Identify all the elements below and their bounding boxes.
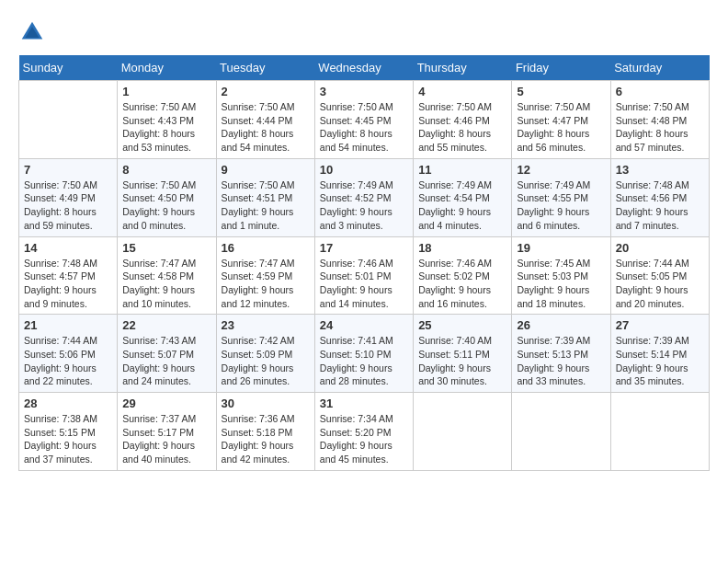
- day-detail: Sunrise: 7:36 AMSunset: 5:18 PMDaylight:…: [222, 412, 310, 466]
- day-number: 25: [418, 318, 506, 332]
- page-header: [18, 18, 710, 46]
- calendar-cell: 28 Sunrise: 7:38 AMSunset: 5:15 PMDaylig…: [19, 393, 118, 471]
- day-number: 10: [320, 163, 408, 177]
- day-number: 23: [222, 318, 310, 332]
- calendar-week-row: 21 Sunrise: 7:44 AMSunset: 5:06 PMDaylig…: [19, 315, 710, 393]
- calendar-cell: 16 Sunrise: 7:47 AMSunset: 4:59 PMDaylig…: [216, 236, 314, 315]
- day-number: 5: [517, 85, 605, 98]
- day-detail: Sunrise: 7:43 AMSunset: 5:07 PMDaylight:…: [122, 334, 210, 388]
- calendar-cell: 5 Sunrise: 7:50 AMSunset: 4:47 PMDayligh…: [512, 81, 610, 159]
- day-number: 30: [222, 396, 310, 410]
- calendar-cell: 2 Sunrise: 7:50 AMSunset: 4:44 PMDayligh…: [216, 81, 314, 159]
- calendar-cell: 30 Sunrise: 7:36 AMSunset: 5:18 PMDaylig…: [216, 393, 314, 471]
- calendar-day-header: Thursday: [414, 55, 512, 81]
- calendar-day-header: Friday: [512, 55, 610, 81]
- day-detail: Sunrise: 7:50 AMSunset: 4:43 PMDaylight:…: [122, 100, 210, 155]
- logo: [18, 18, 50, 46]
- calendar-cell: 21 Sunrise: 7:44 AMSunset: 5:06 PMDaylig…: [19, 315, 118, 393]
- day-detail: Sunrise: 7:46 AMSunset: 5:01 PMDaylight:…: [320, 257, 408, 311]
- day-number: 24: [320, 318, 408, 332]
- day-detail: Sunrise: 7:50 AMSunset: 4:50 PMDaylight:…: [122, 178, 210, 233]
- calendar-cell: 17 Sunrise: 7:46 AMSunset: 5:01 PMDaylig…: [314, 236, 413, 315]
- day-number: 22: [122, 318, 210, 332]
- calendar-day-header: Tuesday: [216, 55, 314, 81]
- calendar-cell: [414, 393, 512, 471]
- day-number: 13: [616, 163, 704, 177]
- calendar-cell: 10 Sunrise: 7:49 AMSunset: 4:52 PMDaylig…: [314, 158, 413, 236]
- day-number: 20: [616, 241, 704, 255]
- calendar-cell: 20 Sunrise: 7:44 AMSunset: 5:05 PMDaylig…: [610, 236, 709, 315]
- day-detail: Sunrise: 7:50 AMSunset: 4:48 PMDaylight:…: [616, 100, 704, 155]
- calendar-table: SundayMondayTuesdayWednesdayThursdayFrid…: [18, 55, 710, 471]
- day-detail: Sunrise: 7:48 AMSunset: 4:57 PMDaylight:…: [24, 257, 112, 311]
- day-number: 9: [222, 163, 310, 177]
- day-detail: Sunrise: 7:46 AMSunset: 5:02 PMDaylight:…: [418, 257, 506, 311]
- day-detail: Sunrise: 7:42 AMSunset: 5:09 PMDaylight:…: [222, 334, 310, 388]
- day-detail: Sunrise: 7:50 AMSunset: 4:47 PMDaylight:…: [517, 100, 605, 155]
- day-detail: Sunrise: 7:50 AMSunset: 4:46 PMDaylight:…: [418, 100, 506, 155]
- calendar-cell: 3 Sunrise: 7:50 AMSunset: 4:45 PMDayligh…: [314, 81, 413, 159]
- day-detail: Sunrise: 7:50 AMSunset: 4:45 PMDaylight:…: [320, 100, 408, 155]
- day-number: 6: [616, 85, 704, 98]
- day-detail: Sunrise: 7:40 AMSunset: 5:11 PMDaylight:…: [418, 334, 506, 388]
- day-detail: Sunrise: 7:39 AMSunset: 5:13 PMDaylight:…: [517, 334, 605, 388]
- calendar-cell: 15 Sunrise: 7:47 AMSunset: 4:58 PMDaylig…: [118, 236, 216, 315]
- day-detail: Sunrise: 7:44 AMSunset: 5:05 PMDaylight:…: [616, 257, 704, 311]
- calendar-cell: 4 Sunrise: 7:50 AMSunset: 4:46 PMDayligh…: [414, 81, 512, 159]
- day-detail: Sunrise: 7:49 AMSunset: 4:55 PMDaylight:…: [517, 178, 605, 233]
- calendar-header-row: SundayMondayTuesdayWednesdayThursdayFrid…: [19, 55, 710, 81]
- calendar-cell: 31 Sunrise: 7:34 AMSunset: 5:20 PMDaylig…: [314, 393, 413, 471]
- calendar-cell: 26 Sunrise: 7:39 AMSunset: 5:13 PMDaylig…: [512, 315, 610, 393]
- calendar-cell: 13 Sunrise: 7:48 AMSunset: 4:56 PMDaylig…: [610, 158, 709, 236]
- day-number: 12: [517, 163, 605, 177]
- day-number: 1: [122, 85, 210, 98]
- day-detail: Sunrise: 7:39 AMSunset: 5:14 PMDaylight:…: [616, 334, 704, 388]
- calendar-day-header: Saturday: [610, 55, 709, 81]
- calendar-cell: 27 Sunrise: 7:39 AMSunset: 5:14 PMDaylig…: [610, 315, 709, 393]
- calendar-cell: 1 Sunrise: 7:50 AMSunset: 4:43 PMDayligh…: [118, 81, 216, 159]
- calendar-cell: 23 Sunrise: 7:42 AMSunset: 5:09 PMDaylig…: [216, 315, 314, 393]
- day-detail: Sunrise: 7:38 AMSunset: 5:15 PMDaylight:…: [24, 412, 112, 466]
- calendar-cell: [512, 393, 610, 471]
- calendar-cell: 14 Sunrise: 7:48 AMSunset: 4:57 PMDaylig…: [19, 236, 118, 315]
- day-number: 14: [24, 241, 112, 255]
- calendar-cell: 7 Sunrise: 7:50 AMSunset: 4:49 PMDayligh…: [19, 158, 118, 236]
- calendar-week-row: 7 Sunrise: 7:50 AMSunset: 4:49 PMDayligh…: [19, 158, 710, 236]
- calendar-cell: 11 Sunrise: 7:49 AMSunset: 4:54 PMDaylig…: [414, 158, 512, 236]
- day-number: 31: [320, 396, 408, 410]
- day-number: 2: [222, 85, 310, 98]
- day-detail: Sunrise: 7:34 AMSunset: 5:20 PMDaylight:…: [320, 412, 408, 466]
- calendar-cell: 24 Sunrise: 7:41 AMSunset: 5:10 PMDaylig…: [314, 315, 413, 393]
- day-detail: Sunrise: 7:50 AMSunset: 4:44 PMDaylight:…: [222, 100, 310, 155]
- day-detail: Sunrise: 7:50 AMSunset: 4:51 PMDaylight:…: [222, 178, 310, 233]
- day-detail: Sunrise: 7:49 AMSunset: 4:52 PMDaylight:…: [320, 178, 408, 233]
- day-number: 18: [418, 241, 506, 255]
- day-number: 28: [24, 396, 112, 410]
- day-detail: Sunrise: 7:48 AMSunset: 4:56 PMDaylight:…: [616, 178, 704, 233]
- calendar-day-header: Monday: [118, 55, 216, 81]
- calendar-cell: 18 Sunrise: 7:46 AMSunset: 5:02 PMDaylig…: [414, 236, 512, 315]
- day-number: 21: [24, 318, 112, 332]
- calendar-cell: 12 Sunrise: 7:49 AMSunset: 4:55 PMDaylig…: [512, 158, 610, 236]
- day-detail: Sunrise: 7:37 AMSunset: 5:17 PMDaylight:…: [122, 412, 210, 466]
- calendar-cell: 8 Sunrise: 7:50 AMSunset: 4:50 PMDayligh…: [118, 158, 216, 236]
- calendar-cell: 22 Sunrise: 7:43 AMSunset: 5:07 PMDaylig…: [118, 315, 216, 393]
- day-detail: Sunrise: 7:44 AMSunset: 5:06 PMDaylight:…: [24, 334, 112, 388]
- logo-icon: [18, 18, 46, 46]
- day-number: 4: [418, 85, 506, 98]
- day-detail: Sunrise: 7:47 AMSunset: 4:58 PMDaylight:…: [122, 257, 210, 311]
- calendar-cell: [19, 81, 118, 159]
- calendar-cell: 9 Sunrise: 7:50 AMSunset: 4:51 PMDayligh…: [216, 158, 314, 236]
- day-number: 26: [517, 318, 605, 332]
- calendar-cell: 29 Sunrise: 7:37 AMSunset: 5:17 PMDaylig…: [118, 393, 216, 471]
- day-number: 3: [320, 85, 408, 98]
- day-detail: Sunrise: 7:50 AMSunset: 4:49 PMDaylight:…: [24, 178, 112, 233]
- day-number: 11: [418, 163, 506, 177]
- calendar-day-header: Wednesday: [314, 55, 413, 81]
- day-number: 17: [320, 241, 408, 255]
- calendar-day-header: Sunday: [19, 55, 118, 81]
- day-number: 8: [122, 163, 210, 177]
- calendar-cell: 19 Sunrise: 7:45 AMSunset: 5:03 PMDaylig…: [512, 236, 610, 315]
- calendar-cell: 6 Sunrise: 7:50 AMSunset: 4:48 PMDayligh…: [610, 81, 709, 159]
- calendar-week-row: 1 Sunrise: 7:50 AMSunset: 4:43 PMDayligh…: [19, 81, 710, 159]
